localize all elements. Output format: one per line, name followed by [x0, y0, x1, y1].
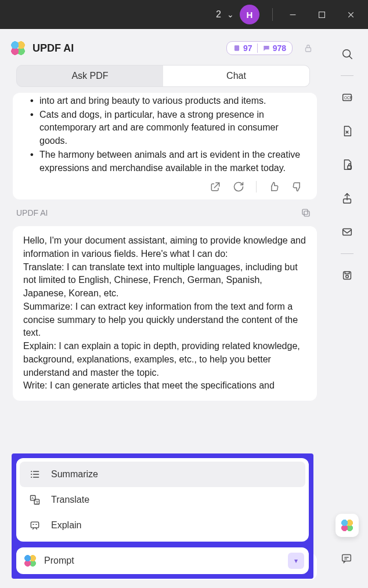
thumbs-down-button[interactable] [291, 181, 303, 193]
svg-rect-18 [31, 522, 38, 528]
highlight-box: Summarize A文 Translate Explain Prompt ▾ [12, 453, 313, 579]
refresh-button[interactable] [233, 181, 244, 193]
option-translate[interactable]: A文 Translate [20, 487, 305, 513]
svg-text:OCR: OCR [344, 96, 353, 100]
search-button[interactable] [335, 42, 359, 66]
tabs: Ask PDF Chat [16, 65, 310, 87]
tab-ask-pdf[interactable]: Ask PDF [17, 66, 163, 86]
msg-text: Explain: I can explain a topic in depth,… [23, 340, 306, 379]
msg-text: Summarize: I can extract key information… [23, 300, 306, 340]
copy-button[interactable] [301, 208, 311, 218]
svg-rect-7 [302, 209, 308, 215]
ocr-button[interactable]: OCR [335, 85, 359, 110]
svg-rect-1 [319, 12, 324, 17]
option-label: Translate [51, 495, 89, 505]
explain-icon [29, 520, 41, 531]
prompt-row[interactable]: Prompt ▾ [16, 547, 309, 574]
prompt-icon [24, 555, 36, 567]
tab-chat[interactable]: Chat [163, 66, 309, 86]
credits-msgs: 978 [273, 43, 286, 53]
comment-button[interactable] [340, 552, 353, 567]
floating-ai-button[interactable] [335, 514, 359, 537]
svg-rect-6 [304, 211, 309, 216]
close-button[interactable] [338, 2, 363, 27]
option-label: Explain [51, 520, 81, 531]
app-logo-icon [10, 41, 26, 56]
svg-point-11 [31, 471, 32, 472]
option-explain[interactable]: Explain [20, 513, 305, 538]
msg-text: Write: I can generate articles that meet… [23, 379, 306, 393]
maximize-button[interactable] [309, 2, 334, 27]
list-icon [29, 469, 41, 480]
assistant-message: into art and bring beauty to various pro… [13, 93, 317, 199]
protect-button[interactable] [335, 153, 359, 177]
minimize-button[interactable] [280, 2, 305, 27]
msg-text: Hello, I'm your document assistant, aimi… [23, 234, 306, 260]
thumbs-up-button[interactable] [268, 181, 280, 193]
svg-text:文: 文 [35, 500, 39, 504]
app-title: UPDF AI [33, 42, 219, 55]
option-label: Summarize [51, 469, 98, 480]
assistant-message: Hello, I'm your document assistant, aimi… [13, 226, 317, 401]
mail-button[interactable] [335, 220, 359, 244]
credits-badge[interactable]: 97 978 [226, 41, 293, 55]
msg-text: Translate: I can translate text into mul… [23, 261, 306, 300]
svg-rect-5 [306, 48, 311, 52]
app-logo-icon [341, 519, 353, 532]
svg-rect-4 [234, 45, 239, 50]
credits-docs: 97 [243, 43, 252, 53]
save-button[interactable] [335, 263, 359, 288]
chat-icon [262, 44, 270, 52]
chat-scroll: into art and bring beauty to various pro… [0, 87, 326, 419]
avatar[interactable]: H [240, 5, 259, 24]
bullet-item: Cats and dogs, in particular, have a str… [39, 108, 306, 148]
tab-count: 2 [216, 9, 221, 20]
quick-options: Summarize A文 Translate Explain [16, 458, 309, 542]
svg-rect-30 [342, 555, 351, 561]
svg-point-13 [31, 477, 32, 478]
svg-point-29 [346, 275, 349, 278]
right-sidebar: OCR [326, 29, 368, 588]
bullet-item: The harmony between animals and art is e… [39, 148, 306, 175]
option-summarize[interactable]: Summarize [20, 462, 305, 487]
open-external-button[interactable] [210, 181, 221, 193]
ai-label: UPDF AI [16, 208, 48, 217]
svg-point-12 [31, 474, 32, 475]
document-icon [233, 44, 241, 52]
bullet-item: into art and bring beauty to various pro… [39, 95, 306, 108]
lock-button[interactable] [300, 39, 317, 57]
svg-line-22 [349, 56, 352, 59]
share-button[interactable] [335, 186, 359, 210]
separator [272, 8, 273, 21]
titlebar: 2 ⌄ H [0, 0, 368, 29]
translate-icon: A文 [29, 494, 41, 506]
chevron-down-icon[interactable]: ⌄ [227, 10, 234, 19]
svg-text:A: A [31, 496, 34, 500]
convert-button[interactable] [335, 119, 359, 143]
prompt-label: Prompt [44, 556, 280, 566]
svg-rect-27 [343, 229, 352, 235]
prompt-dropdown[interactable]: ▾ [288, 553, 304, 569]
